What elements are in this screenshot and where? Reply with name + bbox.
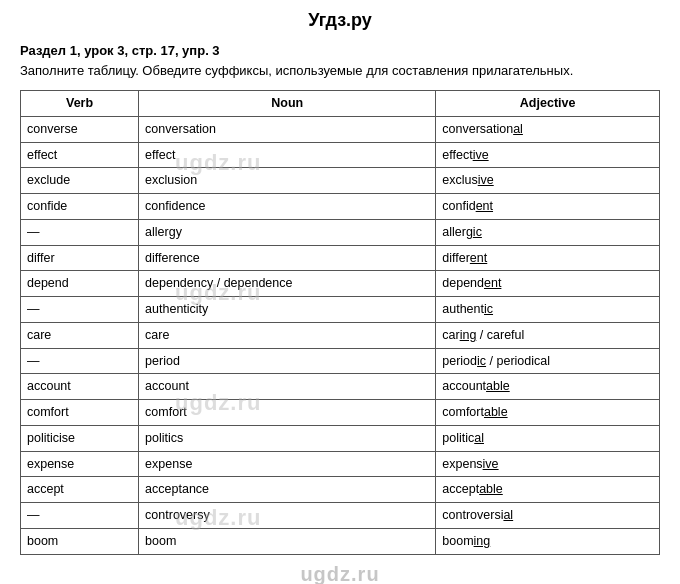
col-header-verb: Verb bbox=[21, 91, 139, 117]
adjective-base: authent bbox=[442, 302, 484, 316]
table-row: carecarecaring / careful bbox=[21, 322, 660, 348]
cell-verb: accept bbox=[21, 477, 139, 503]
cell-adjective: controversial bbox=[436, 503, 660, 529]
cell-noun: conversation bbox=[139, 116, 436, 142]
cell-adjective: authentic bbox=[436, 297, 660, 323]
cell-noun: authenticity bbox=[139, 297, 436, 323]
adjective-base: expens bbox=[442, 457, 482, 471]
cell-verb: confide bbox=[21, 194, 139, 220]
cell-adjective: booming bbox=[436, 528, 660, 554]
col-header-noun: Noun bbox=[139, 91, 436, 117]
adjective-base: account bbox=[442, 379, 486, 393]
cell-adjective: conversational bbox=[436, 116, 660, 142]
cell-noun: dependency / dependence bbox=[139, 271, 436, 297]
adjective-suffix: ent bbox=[476, 199, 493, 213]
cell-noun: politics bbox=[139, 425, 436, 451]
instruction: Заполните таблицу. Обведите суффиксы, ис… bbox=[20, 62, 660, 80]
footer-watermark: ugdz.ru bbox=[20, 563, 660, 584]
cell-adjective: allergic bbox=[436, 219, 660, 245]
cell-noun: comfort bbox=[139, 400, 436, 426]
adjective-base: comfort bbox=[442, 405, 484, 419]
cell-verb: exclude bbox=[21, 168, 139, 194]
table-row: —authenticityauthentic bbox=[21, 297, 660, 323]
adjective-base: exclus bbox=[442, 173, 477, 187]
table-row: —periodperiodic / periodical bbox=[21, 348, 660, 374]
col-header-adjective: Adjective bbox=[436, 91, 660, 117]
adjective-suffix: ent bbox=[484, 276, 501, 290]
cell-noun: controversy bbox=[139, 503, 436, 529]
table-row: acceptacceptanceacceptable bbox=[21, 477, 660, 503]
adjective-suffix: ic bbox=[473, 225, 482, 239]
adjective-base: effect bbox=[442, 148, 472, 162]
table-row: effecteffecteffective bbox=[21, 142, 660, 168]
adjective-base: allerg bbox=[442, 225, 473, 239]
cell-verb: — bbox=[21, 219, 139, 245]
adjective-suffix: ent bbox=[470, 251, 487, 265]
cell-noun: acceptance bbox=[139, 477, 436, 503]
cell-verb: — bbox=[21, 348, 139, 374]
cell-adjective: confident bbox=[436, 194, 660, 220]
site-title: Угдз.ру bbox=[20, 10, 660, 31]
cell-verb: depend bbox=[21, 271, 139, 297]
adjective-suffix: ive bbox=[483, 457, 499, 471]
adjective-suffix: ing bbox=[474, 534, 491, 548]
table-header-row: Verb Noun Adjective bbox=[21, 91, 660, 117]
table-row: —controversycontroversial bbox=[21, 503, 660, 529]
cell-verb: differ bbox=[21, 245, 139, 271]
cell-noun: exclusion bbox=[139, 168, 436, 194]
cell-noun: allergy bbox=[139, 219, 436, 245]
cell-noun: effect bbox=[139, 142, 436, 168]
cell-noun: confidence bbox=[139, 194, 436, 220]
adjective-suffix: able bbox=[486, 379, 510, 393]
table-row: confideconfidenceconfident bbox=[21, 194, 660, 220]
adjective-base: depend bbox=[442, 276, 484, 290]
adjective-suffix: ic bbox=[484, 302, 493, 316]
cell-verb: comfort bbox=[21, 400, 139, 426]
cell-adjective: accountable bbox=[436, 374, 660, 400]
cell-adjective: acceptable bbox=[436, 477, 660, 503]
cell-noun: expense bbox=[139, 451, 436, 477]
adjective-suffix: ic bbox=[477, 354, 486, 368]
adjective-base: politic bbox=[442, 431, 474, 445]
cell-verb: care bbox=[21, 322, 139, 348]
cell-verb: effect bbox=[21, 142, 139, 168]
adjective-base: differ bbox=[442, 251, 470, 265]
table-row: boomboombooming bbox=[21, 528, 660, 554]
adjective-suffix: able bbox=[479, 482, 503, 496]
cell-verb: — bbox=[21, 503, 139, 529]
cell-verb: converse bbox=[21, 116, 139, 142]
cell-verb: boom bbox=[21, 528, 139, 554]
adjective-suffix: al bbox=[503, 508, 513, 522]
table-row: converseconversationconversational bbox=[21, 116, 660, 142]
cell-noun: difference bbox=[139, 245, 436, 271]
table-row: comfortcomfortcomfortable bbox=[21, 400, 660, 426]
adjective-suffix: ive bbox=[478, 173, 494, 187]
cell-verb: politicise bbox=[21, 425, 139, 451]
table-row: —allergyallergic bbox=[21, 219, 660, 245]
adjective-suffix: al bbox=[474, 431, 484, 445]
table-row: accountaccountaccountable bbox=[21, 374, 660, 400]
section-title: Раздел 1, урок 3, стр. 17, упр. 3 bbox=[20, 43, 660, 58]
vocabulary-table: Verb Noun Adjective converseconversation… bbox=[20, 90, 660, 555]
cell-adjective: political bbox=[436, 425, 660, 451]
adjective-base: car bbox=[442, 328, 459, 342]
cell-noun: care bbox=[139, 322, 436, 348]
adjective-base: confid bbox=[442, 199, 475, 213]
adjective-base: period bbox=[442, 354, 477, 368]
adjective-base: conversation bbox=[442, 122, 513, 136]
table-container: ugdz.ru ugdz.ru ugdz.ru ugdz.ru Verb Nou… bbox=[20, 90, 660, 555]
cell-adjective: dependent bbox=[436, 271, 660, 297]
cell-noun: period bbox=[139, 348, 436, 374]
adjective-rest: / careful bbox=[476, 328, 524, 342]
cell-noun: boom bbox=[139, 528, 436, 554]
cell-adjective: expensive bbox=[436, 451, 660, 477]
cell-adjective: periodic / periodical bbox=[436, 348, 660, 374]
table-row: dependdependency / dependencedependent bbox=[21, 271, 660, 297]
table-row: expenseexpenseexpensive bbox=[21, 451, 660, 477]
table-row: politicisepoliticspolitical bbox=[21, 425, 660, 451]
adjective-suffix: al bbox=[513, 122, 523, 136]
table-row: differdifferencedifferent bbox=[21, 245, 660, 271]
cell-adjective: exclusive bbox=[436, 168, 660, 194]
adjective-suffix: ing bbox=[460, 328, 477, 342]
adjective-base: controversi bbox=[442, 508, 503, 522]
